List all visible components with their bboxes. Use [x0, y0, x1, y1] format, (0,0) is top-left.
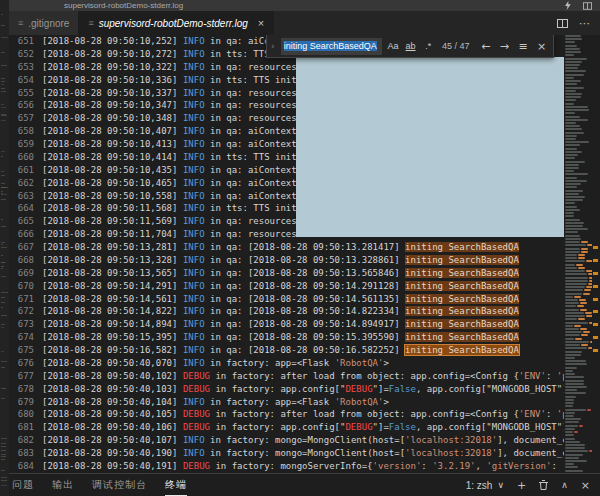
log-line[interactable]: 682[2018-08-28 09:50:40,107] INFO in fac…	[0, 434, 600, 447]
log-line[interactable]: 679[2018-08-28 09:50:40,104] INFO in fac…	[0, 396, 600, 409]
editor[interactable]: 651[2018-08-28 09:50:10,252] INFO in qa:…	[0, 35, 600, 473]
log-line[interactable]: 674[2018-08-28 09:50:15,395] INFO in qa:…	[0, 331, 600, 344]
search-match-highlight: initing SearchBasedQA	[405, 281, 519, 291]
line-number: 663	[10, 190, 34, 203]
overview-ruler[interactable]	[592, 35, 600, 473]
log-line[interactable]: 667[2018-08-28 09:50:13,281] INFO in qa:…	[0, 241, 600, 254]
search-match-highlight: initing SearchBasedQA	[405, 294, 519, 304]
match-case-toggle[interactable]: Aa	[386, 41, 400, 51]
search-result-mark	[593, 272, 598, 275]
search-result-mark	[593, 285, 598, 288]
line-number: 680	[10, 408, 34, 421]
split-editor-icon[interactable]	[557, 19, 568, 28]
toggle-replace-icon[interactable]: ›	[269, 42, 277, 51]
search-match-highlight: initing SearchBasedQA	[405, 242, 519, 252]
log-line[interactable]: 684[2018-08-28 09:50:40,191] DEBUG in fa…	[0, 460, 600, 473]
line-number: 677	[10, 370, 34, 383]
line-number: 658	[10, 125, 34, 138]
search-result-mark	[593, 246, 598, 249]
search-match-highlight: initing SearchBasedQA	[405, 345, 519, 355]
editor-actions: ⋯	[557, 11, 600, 35]
line-number: 674	[10, 331, 34, 344]
line-number: 654	[10, 74, 34, 87]
maximize-panel-icon[interactable]: ∧	[561, 481, 568, 490]
search-match-highlight: initing SearchBasedQA	[405, 332, 519, 342]
panel-bar: 问题 输出 调试控制台 终端 1: zsh ∨ + ∧ ×	[0, 473, 600, 496]
log-line[interactable]: 683[2018-08-28 09:50:40,190] INFO in fac…	[0, 447, 600, 460]
line-number: 671	[10, 293, 34, 306]
whole-word-toggle[interactable]: ab	[404, 41, 418, 51]
search-result-mark	[593, 349, 598, 352]
titlebar: supervisord-robotDemo-stderr.log	[0, 0, 600, 11]
log-line[interactable]: 669[2018-08-28 09:50:13,565] INFO in qa:…	[0, 267, 600, 280]
line-number: 673	[10, 318, 34, 331]
search-match-highlight: initing SearchBasedQA	[405, 268, 519, 278]
line-number: 679	[10, 396, 34, 409]
panel-tab-debug-console[interactable]: 调试控制台	[92, 474, 147, 496]
line-number: 670	[10, 280, 34, 293]
panel-tab-terminal[interactable]: 终端	[165, 474, 187, 496]
line-number: 665	[10, 215, 34, 228]
log-line[interactable]: 675[2018-08-28 09:50:16,582] INFO in qa:…	[0, 344, 600, 357]
line-number: 656	[10, 99, 34, 112]
terminal-picker[interactable]: 1: zsh ∨	[466, 480, 504, 491]
search-result-mark	[593, 336, 598, 339]
search-result-mark	[593, 298, 598, 301]
line-number: 672	[10, 305, 34, 318]
log-line[interactable]: 680[2018-08-28 09:50:40,105] DEBUG in fa…	[0, 408, 600, 421]
log-line[interactable]: 677[2018-08-28 09:50:40,102] DEBUG in fa…	[0, 370, 600, 383]
line-number: 655	[10, 87, 34, 100]
tab-gitignore[interactable]: ≡ .gitignore	[9, 11, 79, 35]
close-tab-icon[interactable]: ×	[258, 17, 264, 29]
window-title: supervisord-robotDemo-stderr.log	[64, 0, 183, 11]
line-number: 676	[10, 357, 34, 370]
line-number: 664	[10, 202, 34, 215]
tab-log-file[interactable]: ≡ supervisord-robotDemo-stderr.log ×	[79, 11, 274, 35]
tab-label: .gitignore	[28, 18, 69, 29]
find-in-selection-icon[interactable]: ≡	[516, 40, 531, 53]
find-input[interactable]: initing SearchBasedQA	[281, 38, 382, 55]
search-result-mark	[593, 323, 598, 326]
more-actions-icon[interactable]: ⋯	[579, 18, 590, 29]
window-edge	[0, 0, 9, 496]
line-number: 683	[10, 447, 34, 460]
panel-tab-output[interactable]: 输出	[52, 474, 74, 496]
next-match-icon[interactable]: →	[497, 40, 512, 53]
line-number: 678	[10, 383, 34, 396]
line-number: 653	[10, 61, 34, 74]
log-line[interactable]: 673[2018-08-28 09:50:14,894] INFO in qa:…	[0, 318, 600, 331]
line-number: 651	[10, 35, 34, 48]
line-number: 660	[10, 151, 34, 164]
search-result-mark	[593, 310, 598, 313]
line-number: 662	[10, 177, 34, 190]
log-line[interactable]: 671[2018-08-28 09:50:14,561] INFO in qa:…	[0, 293, 600, 306]
file-icon: ≡	[18, 18, 23, 28]
new-terminal-icon[interactable]: +	[517, 480, 526, 491]
log-line[interactable]: 670[2018-08-28 09:50:14,291] INFO in qa:…	[0, 280, 600, 293]
search-match-highlight: initing SearchBasedQA	[405, 319, 519, 329]
layout-icon[interactable]	[583, 2, 592, 10]
line-number: 652	[10, 48, 34, 61]
find-query-text: initing SearchBasedQA	[284, 41, 377, 51]
bolt-icon[interactable]	[564, 1, 571, 10]
log-line[interactable]: 668[2018-08-28 09:50:13,328] INFO in qa:…	[0, 254, 600, 267]
line-number: 659	[10, 138, 34, 151]
tab-label: supervisord-robotDemo-stderr.log	[99, 18, 248, 29]
previous-match-icon[interactable]: ←	[479, 40, 494, 53]
chevron-down-icon: ∨	[497, 481, 504, 490]
line-number: 681	[10, 421, 34, 434]
log-line[interactable]: 681[2018-08-28 09:50:40,106] DEBUG in fa…	[0, 421, 600, 434]
log-line[interactable]: 676[2018-08-28 09:50:40,070] INFO in fac…	[0, 357, 600, 370]
close-find-icon[interactable]: ×	[534, 40, 549, 53]
regex-toggle[interactable]: .*	[421, 41, 435, 51]
line-number: 682	[10, 434, 34, 447]
log-line[interactable]: 678[2018-08-28 09:50:40,103] DEBUG in fa…	[0, 383, 600, 396]
panel-actions: 1: zsh ∨ + ∧ ×	[466, 474, 590, 496]
find-results-count: 45 / 47	[442, 41, 470, 51]
close-panel-icon[interactable]: ×	[581, 480, 590, 491]
find-widget: › initing SearchBasedQA Aa ab .* 45 / 47…	[266, 35, 554, 58]
panel-tab-problems[interactable]: 问题	[12, 474, 34, 496]
log-line[interactable]: 672[2018-08-28 09:50:14,822] INFO in qa:…	[0, 305, 600, 318]
minimap[interactable]	[564, 35, 592, 473]
kill-terminal-icon[interactable]	[539, 480, 548, 490]
